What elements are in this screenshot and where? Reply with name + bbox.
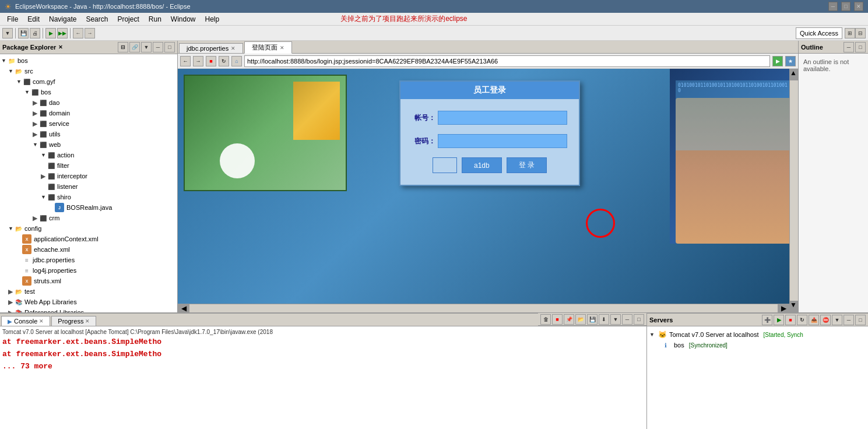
- login-btn-empty[interactable]: [433, 157, 457, 173]
- hscroll-right[interactable]: ▶: [778, 304, 789, 312]
- toggle-dao[interactable]: ▶: [33, 99, 38, 107]
- scrollbar-thumb[interactable]: ▲: [790, 69, 798, 80]
- toggle-domain[interactable]: ▶: [33, 110, 38, 117]
- servers-stop-btn[interactable]: ■: [785, 315, 796, 325]
- servers-disconnect-btn[interactable]: ⛔: [820, 315, 831, 325]
- servers-publish-btn[interactable]: 📤: [809, 315, 819, 325]
- toggle-action[interactable]: ▼: [41, 152, 47, 158]
- run-debug-button[interactable]: ▶: [45, 28, 56, 38]
- tree-item-config[interactable]: ▼ 📂 config: [0, 223, 177, 234]
- pe-close-icon[interactable]: ✕: [58, 44, 63, 50]
- toggle-service[interactable]: ▶: [33, 120, 38, 128]
- tab-denglu[interactable]: 登陆页面 ✕: [244, 41, 292, 54]
- new-button[interactable]: ▼: [2, 28, 13, 38]
- perspective-btn2[interactable]: ⊟: [855, 28, 866, 38]
- menu-help[interactable]: Help: [201, 14, 224, 24]
- tree-item-webapp-libs[interactable]: ▶ 📚 Web App Libraries: [0, 297, 177, 307]
- close-button[interactable]: ✕: [854, 2, 863, 11]
- tree-item-ehcache[interactable]: X ehcache.xml: [0, 244, 177, 255]
- outline-max-btn[interactable]: □: [855, 42, 866, 52]
- browser-stop-button[interactable]: ■: [206, 56, 216, 66]
- quick-access-input[interactable]: Quick Access: [796, 27, 842, 39]
- browser-forward-button[interactable]: →: [193, 56, 203, 66]
- menu-run[interactable]: Run: [144, 14, 166, 24]
- print-button[interactable]: 🖨: [30, 28, 40, 38]
- console-max-btn[interactable]: □: [634, 314, 644, 325]
- back-button[interactable]: ←: [73, 28, 83, 38]
- pe-link-btn[interactable]: 🔗: [129, 42, 140, 52]
- servers-menu-btn[interactable]: ▼: [832, 315, 842, 325]
- tree-item-src[interactable]: ▼ 📂 src: [0, 66, 177, 76]
- toggle-webapp-libs[interactable]: ▶: [8, 298, 14, 306]
- tree-item-log4j[interactable]: ≡ log4j.properties: [0, 265, 177, 276]
- servers-start-btn[interactable]: ▶: [774, 315, 784, 325]
- login-btn-a1db[interactable]: a1db: [462, 157, 502, 173]
- tree-item-listener[interactable]: ⬛ listener: [0, 181, 177, 192]
- toggle-ref-libs[interactable]: ▶: [8, 309, 14, 313]
- pe-collapse-btn[interactable]: ⊟: [118, 42, 128, 52]
- tree-item-service[interactable]: ▶ ⬛ service: [0, 118, 177, 129]
- toggle-shiro[interactable]: ▼: [41, 194, 47, 200]
- toggle-test[interactable]: ▶: [8, 288, 14, 296]
- toggle-crm[interactable]: ▶: [33, 214, 38, 222]
- console-open-btn[interactable]: 📂: [575, 314, 586, 325]
- toggle-src[interactable]: ▼: [8, 68, 14, 74]
- tree-item-ref-libs[interactable]: ▶ 📚 Referenced Libraries: [0, 307, 177, 312]
- tree-item-comgyf[interactable]: ▼ ⬛ com.gyf: [0, 76, 177, 87]
- hscroll-left[interactable]: ◀: [178, 304, 189, 312]
- server-tomcat-item[interactable]: ▼ 🐱 Tomcat v7.0 Server at localhost [Sta…: [649, 329, 866, 340]
- tree-item-bos-pkg[interactable]: ▼ ⬛ bos: [0, 87, 177, 97]
- minimize-button[interactable]: ─: [828, 2, 838, 11]
- tree-item-web[interactable]: ▼ ⬛ web: [0, 139, 177, 150]
- scrollbar-thumb-bottom[interactable]: ▼: [790, 301, 798, 312]
- menu-project[interactable]: Project: [113, 14, 143, 24]
- toggle-bos[interactable]: ▼: [1, 58, 7, 64]
- pe-max-btn[interactable]: □: [164, 42, 175, 52]
- browser-go-button[interactable]: ▶: [772, 56, 783, 66]
- pe-menu-btn[interactable]: ▼: [141, 42, 152, 52]
- forward-button[interactable]: →: [85, 28, 95, 38]
- tree-item-struts[interactable]: X struts.xml: [0, 276, 177, 286]
- console-menu-btn[interactable]: ▼: [610, 314, 621, 325]
- server-sub-item[interactable]: ℹ bos [Synchronized]: [649, 340, 866, 350]
- browser-bookmark-button[interactable]: ★: [785, 56, 796, 66]
- maximize-button[interactable]: □: [841, 2, 851, 11]
- servers-max-btn[interactable]: □: [855, 315, 866, 325]
- browser-url-input[interactable]: [244, 55, 770, 67]
- save-button[interactable]: 💾: [18, 28, 29, 38]
- console-tab-progress[interactable]: Progress ✕: [51, 316, 96, 326]
- console-save-btn[interactable]: 💾: [587, 314, 598, 325]
- menu-window[interactable]: Window: [166, 14, 201, 24]
- browser-scrollbar[interactable]: ▲ ▼: [789, 69, 798, 312]
- toggle-config[interactable]: ▼: [8, 226, 14, 231]
- browser-refresh-button[interactable]: ↻: [219, 56, 229, 66]
- login-btn-submit[interactable]: 登 录: [507, 157, 547, 173]
- server-toggle[interactable]: ▼: [649, 332, 655, 337]
- tab-denglu-close[interactable]: ✕: [280, 45, 284, 51]
- toggle-bos-pkg[interactable]: ▼: [24, 89, 30, 95]
- toggle-utils[interactable]: ▶: [33, 131, 38, 138]
- tree-item-crm[interactable]: ▶ ⬛ crm: [0, 213, 177, 223]
- tree-item-filter[interactable]: ⬛ filter: [0, 160, 177, 171]
- tab-jdbc-properties[interactable]: jdbc.properties ✕: [179, 43, 243, 53]
- menu-edit[interactable]: Edit: [23, 14, 44, 24]
- console-pin-btn[interactable]: 📌: [564, 314, 574, 325]
- console-down-btn[interactable]: ⬇: [599, 314, 609, 325]
- outline-min-btn[interactable]: ─: [844, 42, 854, 52]
- menu-file[interactable]: File: [2, 14, 23, 24]
- menu-search[interactable]: Search: [81, 14, 113, 24]
- toggle-web[interactable]: ▼: [33, 142, 38, 147]
- servers-new-btn[interactable]: ➕: [762, 315, 772, 325]
- menu-navigate[interactable]: Navigate: [44, 14, 81, 24]
- console-clear-btn[interactable]: 🗑: [540, 314, 551, 325]
- tree-item-action[interactable]: ▼ ⬛ action: [0, 150, 177, 160]
- account-input[interactable]: [438, 111, 567, 125]
- tree-item-interceptor[interactable]: ▶ ⬛ interceptor: [0, 171, 177, 181]
- tree-item-shiro[interactable]: ▼ ⬛ shiro: [0, 192, 177, 202]
- toggle-interceptor[interactable]: ▶: [41, 173, 47, 180]
- tree-item-test[interactable]: ▶ 📂 test: [0, 286, 177, 297]
- console-min-btn[interactable]: ─: [622, 314, 632, 325]
- console-close-icon[interactable]: ✕: [39, 318, 44, 324]
- browser-home-button[interactable]: ⌂: [231, 56, 242, 66]
- password-input[interactable]: [438, 134, 567, 148]
